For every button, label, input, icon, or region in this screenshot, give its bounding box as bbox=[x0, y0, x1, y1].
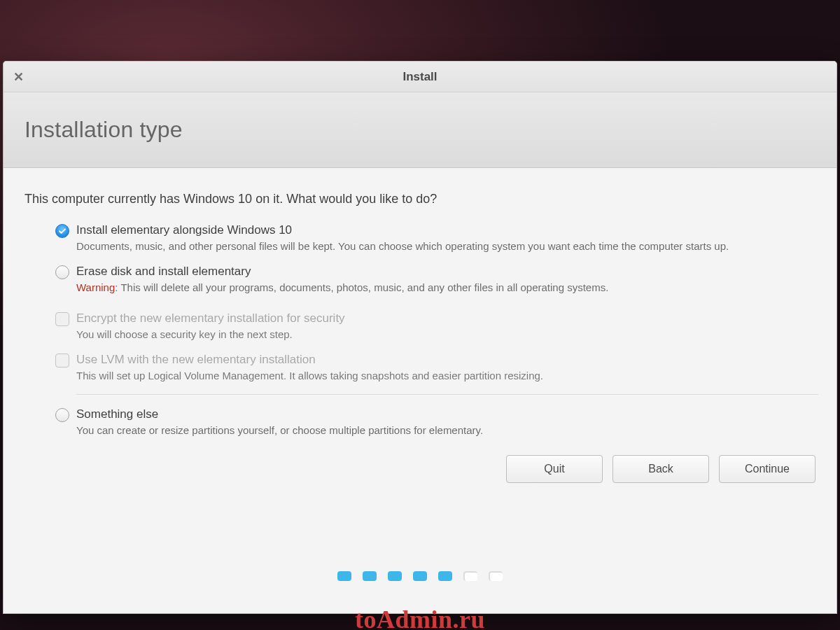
option-label: Encrypt the new elementary installation … bbox=[76, 312, 345, 326]
page-prompt: This computer currently has Windows 10 o… bbox=[24, 192, 816, 206]
quit-button[interactable]: Quit bbox=[506, 455, 603, 483]
option-desc: Warning: This will delete all your progr… bbox=[76, 281, 608, 293]
option-lvm: Use LVM with the new elementary installa… bbox=[55, 353, 816, 382]
titlebar: ✕ Install bbox=[4, 62, 836, 92]
progress-dot bbox=[413, 571, 427, 581]
checkbox-lvm bbox=[55, 354, 69, 368]
progress-dots bbox=[4, 571, 836, 581]
option-label: Use LVM with the new elementary installa… bbox=[76, 353, 543, 367]
option-desc: Documents, music, and other personal fil… bbox=[76, 240, 729, 252]
progress-dot bbox=[388, 571, 402, 581]
continue-button[interactable]: Continue bbox=[719, 455, 816, 483]
option-label: Install elementary alongside Windows 10 bbox=[76, 223, 729, 237]
progress-dot bbox=[363, 571, 377, 581]
window-title: Install bbox=[4, 70, 836, 84]
option-label: Something else bbox=[76, 407, 483, 421]
options-group-2: Something else You can create or resize … bbox=[24, 407, 816, 436]
progress-dot bbox=[489, 571, 503, 581]
separator bbox=[76, 394, 818, 395]
option-something-else[interactable]: Something else You can create or resize … bbox=[55, 407, 816, 436]
radio-something-else[interactable] bbox=[55, 408, 69, 422]
options-group: Install elementary alongside Windows 10 … bbox=[24, 223, 816, 382]
option-encrypt: Encrypt the new elementary installation … bbox=[55, 312, 816, 340]
installer-dialog: ✕ Install Installation type This compute… bbox=[3, 61, 837, 614]
page-title: Installation type bbox=[24, 117, 183, 143]
progress-dot bbox=[438, 571, 452, 581]
warning-prefix: Warning bbox=[76, 281, 115, 293]
page-body: This computer currently has Windows 10 o… bbox=[4, 168, 836, 613]
back-button[interactable]: Back bbox=[612, 455, 709, 483]
desktop-wallpaper: ✕ Install Installation type This compute… bbox=[0, 0, 840, 630]
radio-erase-disk[interactable] bbox=[55, 265, 69, 279]
option-erase-disk[interactable]: Erase disk and install elementary Warnin… bbox=[55, 265, 816, 293]
radio-install-alongside[interactable] bbox=[55, 224, 69, 238]
checkbox-encrypt bbox=[55, 312, 69, 326]
option-desc: You will choose a security key in the ne… bbox=[76, 328, 345, 340]
option-desc: You can create or resize partitions your… bbox=[76, 424, 483, 436]
progress-dot bbox=[463, 571, 477, 581]
option-label: Erase disk and install elementary bbox=[76, 265, 608, 279]
close-icon[interactable]: ✕ bbox=[13, 62, 24, 92]
button-row: Quit Back Continue bbox=[506, 455, 816, 483]
option-desc: This will set up Logical Volume Manageme… bbox=[76, 370, 543, 382]
progress-dot bbox=[337, 571, 351, 581]
page-header: Installation type bbox=[4, 92, 836, 168]
option-install-alongside[interactable]: Install elementary alongside Windows 10 … bbox=[55, 223, 816, 252]
